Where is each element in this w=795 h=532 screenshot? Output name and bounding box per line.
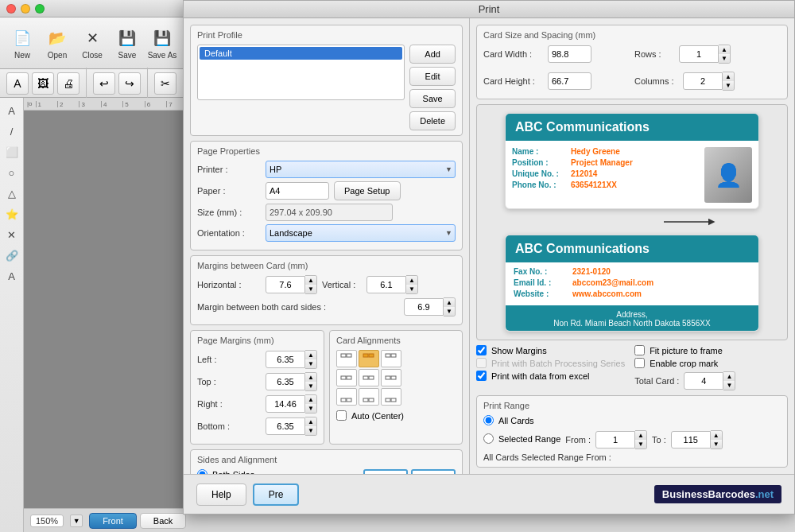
image-tool-button[interactable]: 🖼 xyxy=(32,72,54,95)
zoom-dropdown-button[interactable]: ▼ xyxy=(70,515,83,527)
pre-button[interactable]: Pre xyxy=(253,483,300,506)
front-tab-button[interactable]: Front xyxy=(89,513,137,529)
back-tab-button[interactable]: Back xyxy=(140,513,186,529)
margin-both-spinner: ▲ ▼ xyxy=(404,297,456,316)
paper-input[interactable] xyxy=(266,182,329,200)
close-window-button[interactable] xyxy=(6,4,16,14)
left-down-button[interactable]: ▼ xyxy=(305,359,316,368)
enable-crop-label[interactable]: Enable crop mark xyxy=(634,358,735,368)
close-button[interactable]: ✕ Close xyxy=(76,22,108,64)
all-cards-label[interactable]: All Cards xyxy=(483,415,534,425)
auto-center-checkbox[interactable] xyxy=(336,410,347,421)
selected-range-label[interactable]: Selected Range xyxy=(483,433,560,444)
right-margin-row: Right : ▲ ▼ xyxy=(197,394,317,414)
help-button[interactable]: Help xyxy=(196,483,246,506)
save-as-button[interactable]: 💾 Save As xyxy=(146,22,178,64)
minimize-window-button[interactable] xyxy=(21,4,30,14)
margin-both-down-button[interactable]: ▼ xyxy=(444,307,455,316)
align-mid-right-button[interactable] xyxy=(381,369,401,386)
bottom-up-button[interactable]: ▲ xyxy=(305,417,316,426)
printer-select[interactable]: HP xyxy=(266,161,456,178)
undo-button[interactable]: ↩ xyxy=(93,72,115,95)
redo-button[interactable]: ↪ xyxy=(118,72,141,95)
to-input[interactable] xyxy=(671,431,711,449)
page-setup-button[interactable]: Page Setup xyxy=(334,181,401,200)
link-tool-button[interactable]: 🔗 xyxy=(2,246,21,265)
auto-center-label[interactable]: Auto (Center) xyxy=(336,410,456,421)
right-spinbtns: ▲ ▼ xyxy=(305,394,317,414)
left-margin-input[interactable] xyxy=(266,351,305,368)
vertical-input[interactable] xyxy=(366,276,406,293)
right-margin-input[interactable] xyxy=(266,395,305,413)
text2-tool-button[interactable]: A xyxy=(2,266,21,285)
orientation-select[interactable]: Portrait Landscape xyxy=(266,224,456,242)
from-input[interactable] xyxy=(595,431,635,449)
id-fax-value: 2321-0120 xyxy=(572,267,611,276)
save-button[interactable]: 💾 Save xyxy=(111,22,143,64)
top-down-button[interactable]: ▼ xyxy=(305,382,316,390)
print-excel-label[interactable]: Print with data from excel xyxy=(476,371,625,381)
align-bot-right-button[interactable] xyxy=(381,388,401,406)
to-up-button[interactable]: ▲ xyxy=(711,431,722,440)
dialog-body: Print Profile Default Add Edit Save xyxy=(184,98,794,474)
print-tool-button[interactable]: 🖨 xyxy=(57,72,80,95)
fit-picture-checkbox[interactable] xyxy=(634,345,645,355)
align-bot-center-button[interactable] xyxy=(359,388,379,406)
maximize-window-button[interactable] xyxy=(35,4,45,14)
print-batch-label[interactable]: Print with Batch Processing Series xyxy=(476,358,625,368)
new-button[interactable]: 📄 New xyxy=(6,22,38,64)
rect-tool-button[interactable]: ⬜ xyxy=(2,142,21,161)
to-down-button[interactable]: ▼ xyxy=(711,440,722,449)
triangle-tool-button[interactable]: △ xyxy=(2,184,21,203)
top-up-button[interactable]: ▲ xyxy=(305,373,316,382)
right-up-button[interactable]: ▲ xyxy=(305,395,316,404)
selected-range-radio[interactable] xyxy=(483,433,494,444)
profile-list[interactable]: Default xyxy=(197,98,405,100)
left-up-button[interactable]: ▲ xyxy=(305,351,316,359)
cross-tool-button[interactable]: ✕ xyxy=(2,225,21,244)
total-card-input[interactable] xyxy=(684,372,723,390)
open-button[interactable]: 📂 Open xyxy=(41,22,73,64)
vertical-down-button[interactable]: ▼ xyxy=(406,285,417,293)
from-up-button[interactable]: ▲ xyxy=(635,431,646,440)
align-mid-center-button[interactable] xyxy=(359,369,379,386)
horizontal-down-button[interactable]: ▼ xyxy=(305,285,316,293)
text-tool-button[interactable]: A xyxy=(6,72,29,95)
show-margins-label[interactable]: Show Margins xyxy=(476,345,625,355)
paper-label: Paper : xyxy=(197,186,261,196)
bottom-down-button[interactable]: ▼ xyxy=(305,426,316,435)
horizontal-up-button[interactable]: ▲ xyxy=(305,276,316,285)
content-area: A / ⬜ ○ △ ⭐ ✕ 🔗 A |o 1 2 3 4 5 6 7 xyxy=(0,98,795,532)
vertical-up-button[interactable]: ▲ xyxy=(406,276,417,285)
printer-select-wrapper: HP ▼ xyxy=(266,161,456,178)
margin-both-input[interactable] xyxy=(404,298,444,316)
fit-picture-label[interactable]: Fit picture to frame xyxy=(634,345,735,355)
delete-profile-button[interactable]: Delete xyxy=(409,111,456,130)
margin-both-up-button[interactable]: ▲ xyxy=(444,298,455,307)
save-profile-button[interactable]: Save xyxy=(409,98,456,108)
align-top-center-button[interactable] xyxy=(359,350,379,367)
align-top-left-button[interactable] xyxy=(336,350,357,367)
ellipse-tool-button[interactable]: ○ xyxy=(2,163,21,182)
show-margins-checkbox[interactable] xyxy=(476,345,487,355)
total-card-down-button[interactable]: ▼ xyxy=(723,381,735,390)
bottom-margin-input[interactable] xyxy=(266,417,305,435)
total-card-up-button[interactable]: ▲ xyxy=(723,372,735,381)
align-tr-icon xyxy=(385,353,398,364)
print-excel-checkbox[interactable] xyxy=(476,371,487,381)
from-down-button[interactable]: ▼ xyxy=(635,440,646,449)
line-tool-button[interactable]: / xyxy=(2,122,21,141)
enable-crop-checkbox[interactable] xyxy=(634,358,645,368)
align-top-right-button[interactable] xyxy=(381,350,401,367)
right-down-button[interactable]: ▼ xyxy=(305,404,316,413)
align-mid-left-button[interactable] xyxy=(336,369,357,386)
id-phone-value: 63654121XX xyxy=(571,181,617,189)
horizontal-input[interactable] xyxy=(266,276,305,293)
all-cards-radio[interactable] xyxy=(483,415,494,425)
select-tool-button[interactable]: A xyxy=(2,101,21,120)
top-margin-input[interactable] xyxy=(266,373,305,390)
cut-button[interactable]: ✂ xyxy=(154,72,176,95)
app-body: 📄 New 📂 Open ✕ Close 💾 Save 💾 Save As 📤 … xyxy=(0,17,795,532)
align-bot-left-button[interactable] xyxy=(336,388,357,406)
star-tool-button[interactable]: ⭐ xyxy=(2,204,21,223)
